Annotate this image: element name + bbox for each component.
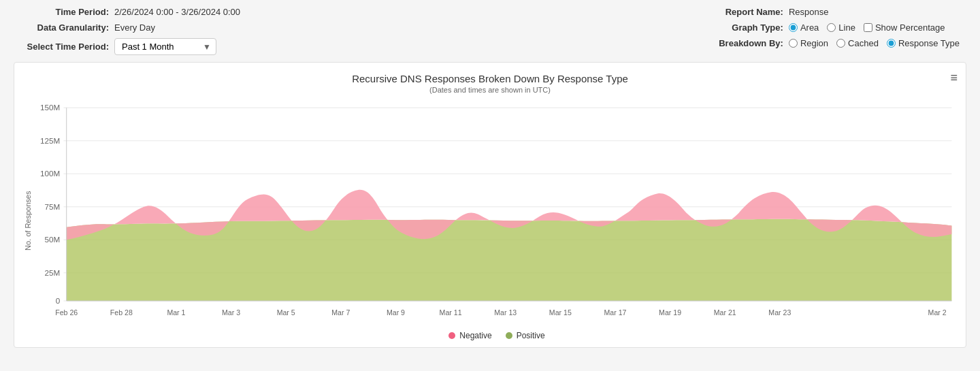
legend-positive: Positive (506, 331, 545, 340)
svg-text:Feb 28: Feb 28 (110, 309, 133, 317)
y-axis-label: No. of Responses (21, 101, 35, 340)
chart-title: Recursive DNS Responses Broken Down By R… (21, 73, 959, 84)
chart-menu-icon[interactable]: ≡ (950, 71, 958, 85)
area-radio[interactable] (789, 23, 798, 32)
svg-text:0: 0 (56, 297, 60, 305)
show-percentage-checkbox-item[interactable]: Show Percentage (864, 22, 945, 33)
breakdown-cached[interactable]: Cached (836, 38, 879, 48)
report-name-row: Report Name: Response (695, 7, 960, 17)
legend-negative: Negative (448, 331, 491, 340)
time-period-row: Time Period: 2/26/2024 0:00 - 3/26/2024 … (20, 7, 240, 17)
svg-text:25M: 25M (44, 269, 60, 277)
response-type-label: Response Type (898, 38, 960, 48)
data-granularity-value: Every Day (114, 22, 155, 33)
breakdown-by-label: Breakdown By: (695, 38, 783, 48)
chart-inner: 150M 125M 100M 75M 50M 25M 0 Feb 26 Feb … (35, 101, 959, 340)
controls-panel: Time Period: 2/26/2024 0:00 - 3/26/2024 … (14, 7, 966, 55)
left-controls: Time Period: 2/26/2024 0:00 - 3/26/2024 … (20, 7, 240, 55)
region-radio[interactable] (789, 39, 798, 48)
area-label: Area (800, 22, 819, 33)
chart-area: No. of Responses 150M 125M 100M 75M 50M … (21, 101, 959, 340)
svg-text:Mar 9: Mar 9 (387, 309, 405, 317)
positive-legend-label: Positive (517, 331, 545, 340)
time-period-value: 2/26/2024 0:00 - 3/26/2024 0:00 (114, 7, 240, 17)
svg-text:125M: 125M (40, 137, 60, 145)
svg-text:Mar 3: Mar 3 (222, 309, 240, 317)
data-granularity-label: Data Granularity: (20, 22, 109, 33)
time-period-label: Time Period: (20, 7, 109, 17)
breakdown-region[interactable]: Region (789, 38, 828, 48)
svg-text:Mar 17: Mar 17 (604, 309, 626, 317)
negative-legend-label: Negative (459, 331, 491, 340)
report-name-value: Response (789, 7, 829, 17)
svg-text:Feb 26: Feb 26 (55, 309, 78, 317)
line-label: Line (838, 22, 855, 33)
chart-svg: 150M 125M 100M 75M 50M 25M 0 Feb 26 Feb … (35, 101, 959, 325)
time-period-select[interactable]: Past 1 Month Past 3 Months Past 6 Months… (114, 38, 216, 55)
breakdown-by-row: Breakdown By: Region Cached Response Typ… (695, 38, 960, 48)
svg-text:Mar 23: Mar 23 (768, 309, 791, 317)
svg-text:50M: 50M (44, 236, 60, 244)
svg-text:Mar 19: Mar 19 (659, 309, 681, 317)
svg-text:Mar 5: Mar 5 (277, 309, 295, 317)
chart-subtitle: (Dates and times are shown in UTC) (21, 86, 959, 94)
select-time-period-label: Select Time Period: (20, 42, 109, 52)
breakdown-response-type[interactable]: Response Type (887, 38, 960, 48)
cached-label: Cached (848, 38, 879, 48)
graph-type-row: Graph Type: Area Line Show Percentage (695, 22, 960, 33)
graph-type-area[interactable]: Area (789, 22, 819, 33)
svg-text:Mar 11: Mar 11 (440, 309, 462, 317)
right-controls: Report Name: Response Graph Type: Area L… (695, 7, 960, 55)
negative-legend-dot (448, 332, 455, 339)
svg-text:Mar 1: Mar 1 (167, 309, 185, 317)
time-period-select-wrapper: Past 1 Month Past 3 Months Past 6 Months… (114, 38, 216, 55)
svg-text:Mar 13: Mar 13 (494, 309, 517, 317)
select-time-period-row: Select Time Period: Past 1 Month Past 3 … (20, 38, 240, 55)
response-type-radio[interactable] (887, 39, 896, 48)
svg-text:Mar 21: Mar 21 (714, 309, 736, 317)
svg-text:Mar 2: Mar 2 (928, 309, 947, 317)
positive-legend-dot (506, 332, 512, 339)
svg-text:Mar 7: Mar 7 (331, 309, 350, 317)
graph-type-options: Area Line Show Percentage (789, 22, 945, 33)
cached-radio[interactable] (836, 39, 845, 48)
svg-text:150M: 150M (40, 104, 60, 112)
chart-legend: Negative Positive (35, 331, 959, 340)
chart-container: Recursive DNS Responses Broken Down By R… (14, 62, 966, 348)
svg-text:Mar 15: Mar 15 (549, 309, 572, 317)
svg-text:75M: 75M (44, 203, 60, 211)
region-label: Region (800, 38, 828, 48)
data-granularity-row: Data Granularity: Every Day (20, 22, 240, 33)
line-radio[interactable] (827, 23, 836, 32)
breakdown-options: Region Cached Response Type (789, 38, 960, 48)
report-name-label: Report Name: (695, 7, 783, 17)
graph-type-line[interactable]: Line (827, 22, 855, 33)
svg-text:100M: 100M (40, 170, 60, 178)
graph-type-label: Graph Type: (695, 22, 783, 33)
show-percentage-checkbox[interactable] (864, 23, 872, 32)
show-percentage-label: Show Percentage (875, 22, 945, 33)
